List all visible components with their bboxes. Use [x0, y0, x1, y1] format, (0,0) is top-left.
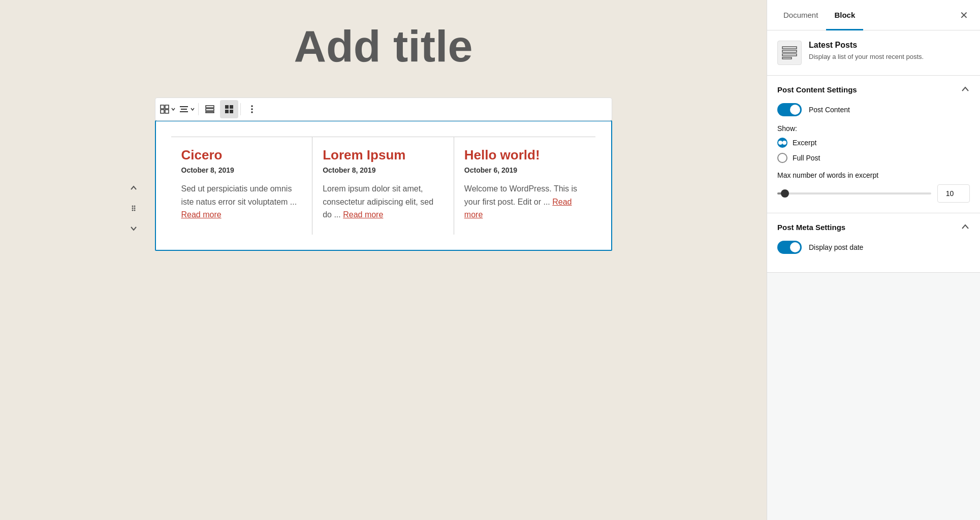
post-title-2: Lorem Ipsum — [323, 147, 444, 163]
post-title-3: Hello world! — [464, 147, 586, 163]
post-excerpt-3: Welcome to WordPress. This is your first… — [464, 182, 586, 221]
block-tab[interactable]: Block — [826, 0, 863, 30]
align-button[interactable] — [178, 100, 196, 118]
post-date-1: October 8, 2019 — [181, 166, 302, 174]
read-more-link-2[interactable]: Read more — [343, 210, 383, 219]
list-view-button[interactable] — [201, 100, 219, 118]
svg-point-21 — [251, 108, 253, 110]
block-info: Latest Posts Display a list of your most… — [767, 30, 980, 76]
more-options-button[interactable] — [243, 100, 261, 118]
svg-point-0 — [132, 206, 133, 207]
post-content-settings-toggle-button[interactable] — [961, 85, 970, 94]
block-toolbar — [155, 98, 612, 121]
radio-dot — [778, 141, 782, 145]
move-up-button[interactable] — [124, 179, 143, 197]
svg-rect-25 — [782, 54, 797, 56]
full-post-radio[interactable] — [777, 153, 787, 163]
chevron-down-icon — [129, 224, 138, 233]
close-sidebar-button[interactable]: ✕ — [956, 7, 972, 23]
svg-point-5 — [134, 210, 135, 211]
posts-block: Cicero October 8, 2019 Sed ut perspiciat… — [155, 120, 612, 251]
svg-rect-14 — [206, 109, 214, 111]
svg-rect-10 — [180, 106, 188, 107]
left-controls — [124, 179, 143, 238]
page-title[interactable]: Add title — [30, 20, 736, 72]
full-post-radio-row: Full Post — [777, 153, 970, 163]
post-meta-settings-title: Post Meta Settings — [777, 223, 845, 232]
post-title-1: Cicero — [181, 147, 302, 163]
svg-point-3 — [134, 208, 135, 209]
toolbar-separator2 — [240, 103, 241, 115]
svg-rect-15 — [206, 112, 214, 113]
excerpt-radio[interactable] — [777, 138, 787, 148]
max-words-label: Max number of words in excerpt — [777, 171, 970, 179]
move-down-button[interactable] — [124, 219, 143, 238]
editor-area: Add title — [0, 0, 767, 520]
dropdown-arrow-icon — [171, 107, 176, 112]
svg-rect-23 — [782, 47, 797, 49]
read-more-link-1[interactable]: Read more — [181, 210, 222, 219]
max-words-input[interactable] — [937, 184, 970, 203]
post-content-toggle-row: Post Content — [777, 103, 970, 116]
dropdown-arrow2-icon — [190, 107, 195, 112]
sidebar: Document Block ✕ Latest Posts Display a … — [767, 0, 980, 520]
chevron-up-icon — [961, 85, 970, 94]
post-meta-settings-section: Post Meta Settings Display post date — [767, 213, 980, 273]
post-content-settings-title: Post Content Settings — [777, 85, 857, 94]
toolbar-separator — [198, 103, 199, 115]
post-meta-settings-header[interactable]: Post Meta Settings — [767, 213, 980, 241]
post-content-toggle[interactable] — [777, 103, 802, 116]
align-icon — [179, 104, 189, 114]
svg-point-4 — [132, 210, 133, 211]
document-tab[interactable]: Document — [775, 0, 826, 30]
slider-track[interactable] — [777, 192, 931, 194]
svg-rect-26 — [782, 57, 792, 59]
svg-rect-9 — [165, 110, 169, 113]
post-date-toggle-row: Display post date — [777, 241, 970, 254]
slider-row — [777, 184, 970, 203]
svg-point-22 — [251, 111, 253, 113]
block-toolbar-wrap: Cicero October 8, 2019 Sed ut perspiciat… — [155, 98, 612, 251]
post-meta-settings-toggle-button[interactable] — [961, 222, 970, 232]
excerpt-radio-row: Excerpt — [777, 138, 970, 148]
posts-grid: Cicero October 8, 2019 Sed ut perspiciat… — [171, 137, 596, 235]
svg-rect-12 — [180, 111, 188, 112]
chevron-up-icon — [129, 183, 138, 192]
more-vertical-icon — [247, 104, 257, 114]
svg-rect-17 — [230, 105, 233, 109]
svg-rect-7 — [165, 105, 169, 109]
svg-rect-11 — [181, 109, 187, 110]
slider-thumb[interactable] — [781, 189, 789, 198]
block-info-title: Latest Posts — [809, 41, 924, 50]
grid-icon — [160, 104, 170, 114]
svg-point-2 — [132, 208, 133, 209]
full-post-label: Full Post — [793, 154, 820, 162]
post-date-2: October 8, 2019 — [323, 166, 444, 174]
post-item: Lorem Ipsum October 8, 2019 Lorem ipsum … — [312, 137, 454, 235]
svg-point-20 — [251, 105, 253, 107]
post-content-settings-header[interactable]: Post Content Settings — [767, 76, 980, 103]
drag-handle-button[interactable] — [124, 199, 143, 217]
post-content-toggle-label: Post Content — [809, 106, 850, 114]
post-meta-settings-body: Display post date — [767, 241, 980, 272]
svg-rect-18 — [225, 110, 229, 113]
svg-rect-8 — [161, 110, 164, 113]
post-date-toggle-label: Display post date — [809, 243, 863, 251]
post-date-3: October 6, 2019 — [464, 166, 586, 174]
table-icon-button[interactable] — [159, 100, 177, 118]
svg-rect-24 — [782, 50, 797, 52]
show-label: Show: — [777, 124, 970, 133]
excerpt-label: Excerpt — [793, 139, 816, 147]
post-excerpt-2: Lorem ipsum dolor sit amet, consectetur … — [323, 182, 444, 221]
grid-view-button[interactable] — [220, 100, 238, 118]
svg-rect-19 — [230, 110, 233, 113]
block-info-text: Latest Posts Display a list of your most… — [809, 41, 924, 62]
svg-rect-6 — [161, 105, 164, 109]
post-excerpt-1: Sed ut perspiciatis unde omnis iste natu… — [181, 182, 302, 221]
svg-rect-16 — [225, 105, 229, 109]
block-info-description: Display a list of your most recent posts… — [809, 52, 924, 62]
block-icon — [777, 41, 802, 65]
post-date-toggle[interactable] — [777, 241, 802, 254]
chevron-up-icon-2 — [961, 222, 970, 232]
post-content-settings-body: Post Content Show: Excerpt Full Post Max… — [767, 103, 980, 213]
